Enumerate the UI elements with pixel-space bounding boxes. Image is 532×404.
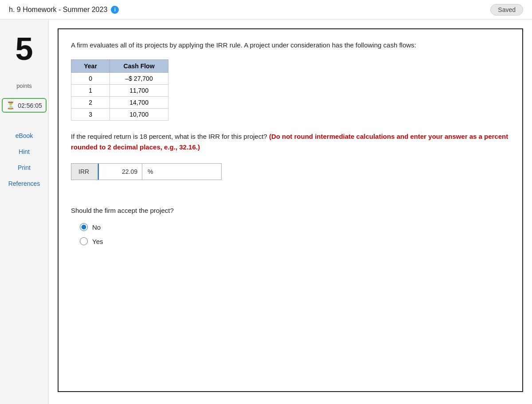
timer-icon: ⏳	[6, 101, 15, 110]
cashflow-2: 14,700	[110, 97, 168, 109]
question-intro: A firm evaluates all of its projects by …	[71, 40, 510, 51]
radio-yes[interactable]	[80, 237, 88, 245]
table-row: 0 –$ 27,700	[71, 73, 168, 85]
radio-no[interactable]	[80, 223, 88, 231]
timer-display: 02:56:05	[18, 102, 42, 109]
irr-input[interactable]	[98, 164, 142, 180]
print-link[interactable]: Print	[0, 162, 48, 173]
saved-badge: Saved	[490, 4, 523, 16]
timer-box: ⏳ 02:56:05	[2, 98, 47, 113]
question-number: 5	[11, 28, 37, 69]
accept-section: Should the firm accept the project? No Y…	[71, 207, 510, 245]
radio-yes-label[interactable]: Yes	[80, 237, 510, 245]
year-2: 2	[71, 97, 110, 109]
col-header-cashflow: Cash Flow	[110, 60, 168, 73]
page-header: h. 9 Homework - Summer 2023 i Saved	[0, 0, 532, 20]
instruction-text: If the required return is 18 percent, wh…	[71, 131, 510, 153]
cashflow-3: 10,700	[110, 109, 168, 121]
radio-no-label[interactable]: No	[80, 223, 510, 231]
irr-label: IRR	[71, 164, 98, 180]
content-area: A firm evaluates all of its projects by …	[49, 20, 532, 404]
year-1: 1	[71, 85, 110, 97]
question-box: A firm evaluates all of its projects by …	[58, 28, 523, 392]
ebook-link[interactable]: eBook	[0, 130, 48, 141]
col-header-year: Year	[71, 60, 110, 73]
irr-input-wrap: %	[98, 164, 221, 180]
cashflow-1: 11,700	[110, 85, 168, 97]
year-3: 3	[71, 109, 110, 121]
hint-link[interactable]: Hint	[0, 146, 48, 157]
radio-group: No Yes	[71, 223, 510, 245]
table-row: 2 14,700	[71, 97, 168, 109]
radio-no-text: No	[92, 224, 101, 231]
references-link[interactable]: References	[0, 178, 48, 189]
main-layout: 5 points ⏳ 02:56:05 eBook Hint Print Ref…	[0, 20, 532, 404]
radio-yes-text: Yes	[92, 238, 103, 245]
table-row: 3 10,700	[71, 109, 168, 121]
irr-percent-symbol: %	[142, 164, 158, 180]
year-0: 0	[71, 73, 110, 85]
info-icon[interactable]: i	[111, 6, 119, 14]
sidebar: 5 points ⏳ 02:56:05 eBook Hint Print Ref…	[0, 20, 49, 404]
header-title: h. 9 Homework - Summer 2023 i	[9, 6, 119, 14]
cash-flow-table: Year Cash Flow 0 –$ 27,700 1 11,700 2	[71, 59, 168, 121]
irr-row: IRR %	[71, 163, 222, 180]
instruction-plain: If the required return is 18 percent, wh…	[71, 133, 267, 140]
accept-question: Should the firm accept the project?	[71, 207, 510, 214]
points-label: points	[16, 82, 32, 89]
title-text: h. 9 Homework - Summer 2023	[9, 6, 107, 14]
cashflow-0: –$ 27,700	[110, 73, 168, 85]
sidebar-links: eBook Hint Print References	[0, 130, 48, 189]
table-row: 1 11,700	[71, 85, 168, 97]
